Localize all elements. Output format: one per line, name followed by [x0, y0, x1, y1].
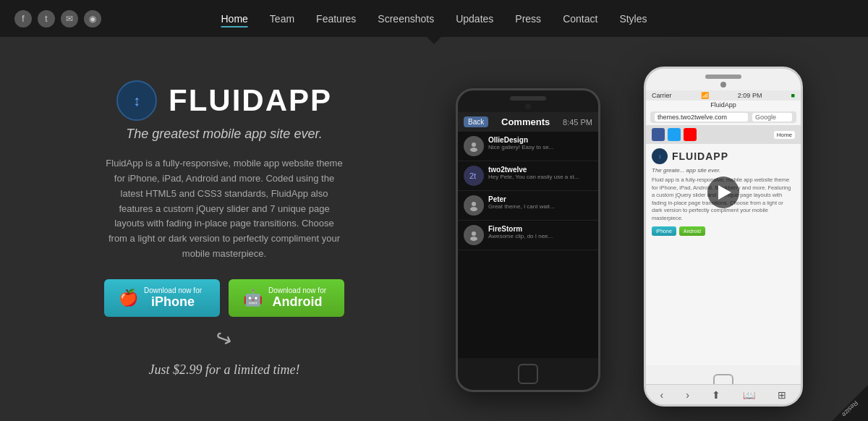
logo-area: ↕ FLUIDAPP	[116, 80, 332, 121]
app-logo-icon: ↕	[116, 80, 157, 121]
nav-arrow	[427, 37, 441, 44]
svg-point-5	[472, 231, 476, 236]
phone-speaker-dark	[510, 96, 546, 101]
mini-tagline: The greate... app site ever.	[652, 167, 795, 174]
svg-point-0	[472, 143, 476, 147]
phone-camera-white	[720, 82, 726, 88]
back-tool-icon[interactable]: ‹	[660, 389, 664, 401]
app-title-bar: FluidApp	[646, 101, 801, 109]
social-bar: Home	[646, 125, 801, 144]
mini-iphone-btn[interactable]: iPhone	[652, 226, 676, 236]
nav-press[interactable]: Press	[515, 10, 541, 27]
navigation: f t ✉ ◉ Home Team Features Screenshots U…	[0, 0, 868, 37]
phone-dark: Back Comments 8:45 PM OllieDesign Nice g…	[456, 88, 600, 392]
screen-white: Carrier 📶 2:09 PM ■ FluidApp themes.two2…	[646, 90, 801, 365]
time-display: 8:45 PM	[563, 118, 592, 127]
phone-camera-dark	[525, 103, 531, 109]
nav-team[interactable]: Team	[270, 10, 294, 27]
phone-speaker-white	[705, 75, 741, 79]
svg-point-3	[472, 202, 476, 206]
nav-updates[interactable]: Updates	[456, 10, 493, 27]
hero-section: ↕ FLUIDAPP The greatest mobile app site …	[0, 37, 391, 421]
nav-home[interactable]: Home	[221, 10, 248, 27]
android-btn-text: Download now for Android	[268, 286, 326, 310]
arrow-decoration: ↩	[213, 325, 237, 353]
phone-white: Carrier 📶 2:09 PM ■ FluidApp themes.two2…	[644, 67, 803, 407]
ios-toolbar: ‹ › ⬆ 📖 ⊞	[646, 384, 801, 404]
nav-features[interactable]: Features	[316, 10, 356, 27]
android-icon: 🤖	[243, 289, 263, 307]
search-input[interactable]: Google	[752, 113, 792, 122]
comment-2: 2t two2twelve Hey Pete, You can easily u…	[458, 161, 598, 191]
bookmark-tool-icon[interactable]: 📖	[743, 389, 755, 401]
avatar-2: 2t	[464, 166, 484, 186]
download-buttons: 🍎 Download now for iPhone 🤖 Download now…	[104, 279, 344, 317]
comment-4: FireStorm Awesome clip, do I nee...	[458, 221, 598, 250]
download-iphone-button[interactable]: 🍎 Download now for iPhone	[104, 279, 220, 317]
comment-text-2: two2twelve Hey Pete, You can easily use …	[488, 166, 579, 180]
white-phone-body: ↕ FLUIDAPP The greate... app site ever. …	[646, 144, 801, 240]
svg-point-6	[470, 237, 477, 241]
iphone-btn-text: Download now for iPhone	[144, 286, 202, 310]
ios-status-bar: Carrier 📶 2:09 PM ■	[646, 90, 801, 101]
share-tool-icon[interactable]: ⬆	[712, 389, 720, 401]
screen-title: Comments	[501, 116, 550, 127]
ios-url-bar: themes.two2twelve.com Google	[650, 111, 796, 123]
mini-logo-text: FLUIDAPP	[672, 150, 728, 162]
mini-logo-icon: ↕	[652, 148, 668, 164]
social-icons	[652, 128, 697, 141]
twitter-icon[interactable]: t	[38, 10, 55, 27]
promo-text: Just $2.99 for a limited time!	[149, 362, 300, 378]
svg-point-4	[470, 207, 477, 211]
home-select[interactable]: Home	[774, 131, 795, 139]
comment-3: Peter Great theme, I cant wait...	[458, 191, 598, 221]
email-icon[interactable]: ✉	[61, 10, 78, 27]
avatar-3	[464, 195, 484, 216]
carrier-label: Carrier	[652, 92, 672, 99]
phone-container: Back Comments 8:45 PM OllieDesign Nice g…	[441, 59, 817, 421]
facebook-icon[interactable]: f	[14, 10, 32, 27]
hero-description: FluidApp is a fully-responsive, mobile a…	[105, 156, 344, 262]
phone-showcase: Back Comments 8:45 PM OllieDesign Nice g…	[391, 37, 868, 421]
time-label: 2:09 PM	[738, 92, 762, 99]
back-button[interactable]: Back	[464, 116, 488, 127]
app-name: FLUIDAPP	[169, 83, 332, 118]
mini-download-buttons: iPhone Android	[652, 226, 795, 236]
mini-android-btn[interactable]: Android	[679, 226, 705, 236]
apple-icon: 🍎	[119, 289, 138, 307]
comment-text-1: OllieDesign Nice gallery! Easy to se...	[488, 136, 553, 150]
hero-tagline: The greatest mobile app site ever.	[126, 127, 322, 142]
comment-text-4: FireStorm Awesome clip, do I nee...	[488, 225, 553, 239]
forward-tool-icon[interactable]: ›	[686, 389, 689, 401]
yt-icon[interactable]	[684, 128, 697, 141]
nav-screenshots[interactable]: Screenshots	[378, 10, 434, 27]
main-content: ↕ FLUIDAPP The greatest mobile app site …	[0, 37, 868, 421]
video-play-button[interactable]	[707, 177, 739, 208]
play-icon	[718, 185, 731, 200]
comment-1: OllieDesign Nice gallery! Easy to se...	[458, 132, 598, 161]
screen-dark: Back Comments 8:45 PM OllieDesign Nice g…	[458, 112, 598, 358]
url-input[interactable]: themes.two2twelve.com	[655, 113, 748, 122]
nav-links: Home Team Features Screenshots Updates P…	[221, 10, 647, 27]
avatar-4	[464, 225, 484, 245]
comment-text-3: Peter Great theme, I cant wait...	[488, 195, 555, 210]
tabs-tool-icon[interactable]: ⊞	[778, 389, 786, 401]
svg-text:2t: 2t	[469, 171, 476, 180]
tw-icon[interactable]	[668, 128, 681, 141]
mini-logo-row: ↕ FLUIDAPP	[652, 148, 795, 164]
dark-screen-header: Back Comments 8:45 PM	[458, 112, 598, 132]
fb-icon[interactable]	[652, 128, 665, 141]
social-links: f t ✉ ◉	[14, 10, 101, 27]
nav-styles[interactable]: Styles	[619, 10, 647, 27]
nav-contact[interactable]: Contact	[563, 10, 597, 27]
download-android-button[interactable]: 🤖 Download now for Android	[229, 279, 344, 317]
home-button-dark[interactable]	[518, 364, 538, 384]
rss-icon[interactable]: ◉	[84, 10, 101, 27]
svg-point-1	[470, 148, 477, 152]
avatar-1	[464, 136, 484, 156]
